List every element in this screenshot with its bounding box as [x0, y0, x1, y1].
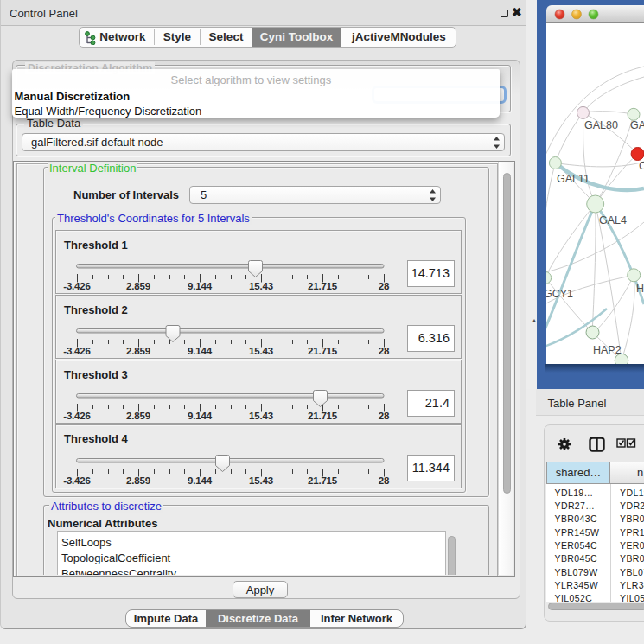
svg-text:C: C — [639, 160, 644, 172]
svg-text:GAL4: GAL4 — [599, 214, 627, 226]
svg-text:GAL80: GAL80 — [584, 119, 618, 131]
svg-text:H: H — [636, 283, 644, 295]
svg-text:GAL11: GAL11 — [557, 173, 590, 185]
svg-text:GCY1: GCY1 — [546, 288, 573, 300]
svg-text:GA: GA — [630, 119, 644, 131]
svg-text:HAP2: HAP2 — [593, 344, 622, 356]
